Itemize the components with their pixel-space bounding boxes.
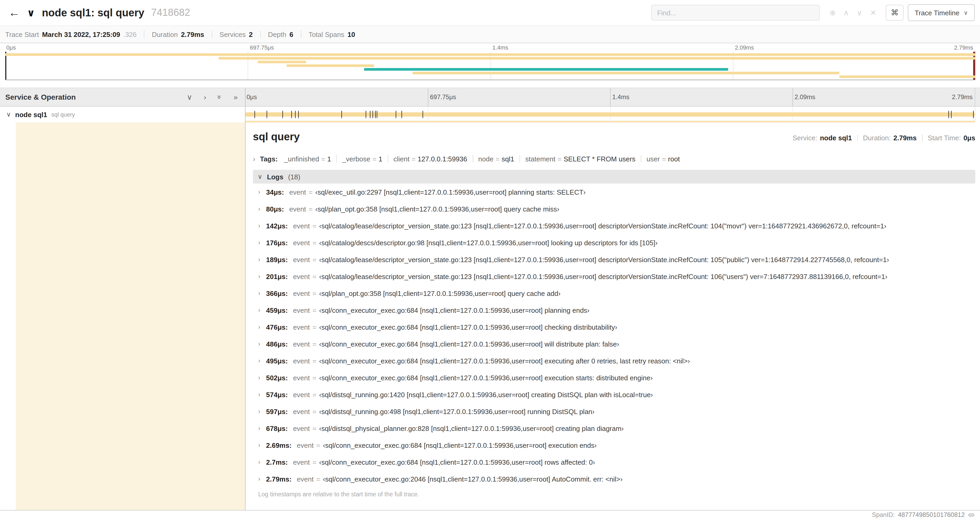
chevron-right-icon[interactable]: › [258,374,266,381]
chevron-right-icon[interactable]: › [258,188,266,196]
keyboard-shortcuts-button[interactable]: ⌘ [886,5,904,21]
chevron-right-icon[interactable]: › [258,323,266,331]
log-row[interactable]: ›678μs:event=‹sql/distsql_physical_plann… [253,420,975,437]
overview-item-label: Start Time: [928,134,961,142]
log-time: 366μs: [266,289,288,297]
chevron-right-icon[interactable]: › [258,391,266,398]
log-field-value: ‹sql/exec_util.go:2297 [nsql1,client=127… [315,188,585,196]
log-row[interactable]: ›2.7ms:event=‹sql/conn_executor_exec.go:… [253,454,975,471]
chevron-down-icon: ∨ [964,9,968,16]
tag-divider [641,155,641,163]
log-time: 574μs: [266,391,288,398]
trace-collapse-toggle-icon[interactable]: ∨ [27,6,35,19]
log-field-value: ‹sql/conn_executor_exec.go:2046 [nsql1,c… [323,475,623,483]
chevron-right-icon[interactable]: › [258,357,266,364]
logs-header[interactable]: ∨ Logs (18) [253,170,975,184]
trace-summary-bar: Trace StartMarch 31 2022, 17:25:09.326Du… [0,25,980,43]
equals-sign: = [371,155,379,163]
expand-all-icon[interactable]: » [234,93,238,101]
equals-sign: = [310,374,319,382]
zoom-to-match-icon[interactable]: ⊕ [829,8,835,17]
log-row[interactable]: ›201μs:event=‹sql/catalog/lease/descript… [253,268,975,285]
log-marker [423,111,423,118]
log-row[interactable]: ›34μs:event=‹sql/exec_util.go:2297 [nsql… [253,184,975,200]
log-row[interactable]: ›495μs:event=‹sql/conn_executor_exec.go:… [253,352,975,369]
summary-divider [144,30,145,38]
chevron-right-icon[interactable]: › [258,273,266,280]
prev-match-icon[interactable]: ∧ [843,8,849,17]
collapse-one-icon[interactable]: ∨ [187,93,192,101]
tick-label: 1.4ms [612,93,629,101]
span-bar[interactable] [245,112,975,117]
tag-value: sql1 [501,155,514,163]
span-row-name-cell[interactable]: ∨ node sql1 sql query [0,107,245,122]
chevron-right-icon[interactable]: › [258,340,266,348]
span-expander-icon[interactable]: ∨ [6,111,11,118]
log-row[interactable]: ›366μs:event=‹sql/plan_opt.go:358 [nsql1… [253,285,975,302]
next-match-icon[interactable]: ∨ [857,8,862,17]
log-row[interactable]: ›2.79ms:event=‹sql/conn_executor_exec.go… [253,471,975,487]
span-row-track[interactable] [245,107,975,122]
log-row[interactable]: ›176μs:event=‹sql/catalog/descs/descript… [253,234,975,251]
equals-sign: = [310,391,319,398]
chevron-right-icon[interactable]: › [258,239,266,246]
equals-sign: = [310,289,319,297]
log-row[interactable]: ›597μs:event=‹sql/distsql_running.go:498… [253,403,975,420]
chevron-right-icon[interactable]: › [258,458,266,466]
minimap-span-bar [364,68,728,71]
collapse-all-icon[interactable]: » [216,95,224,99]
equals-sign: = [310,256,319,263]
log-field-key: event [293,222,310,230]
find-input[interactable] [651,5,820,21]
clear-find-icon[interactable]: ✕ [870,8,876,17]
minimap-canvas[interactable] [5,52,975,80]
log-field-value: ‹sql/catalog/lease/descriptor_version_st… [319,272,887,280]
chevron-right-icon[interactable]: › [258,256,266,263]
log-field-key: event [293,272,310,280]
equals-sign: = [409,155,418,163]
span-color-block [16,122,245,510]
log-field-value: ‹sql/catalog/descs/descriptor.go:98 [nsq… [319,239,657,247]
chevron-right-icon[interactable]: › [258,289,266,297]
expand-one-icon[interactable]: › [204,93,206,101]
tick-label: 2.09ms [794,93,815,101]
log-field-value: ‹sql/plan_opt.go:358 [nsql1,client=127.0… [319,289,560,297]
tag-key: statement [525,155,555,163]
tag-key: node [478,155,493,163]
view-selector-button[interactable]: Trace Timeline ∨ [908,4,975,21]
chevron-right-icon[interactable]: › [253,155,255,163]
back-icon[interactable]: ← [8,6,20,19]
chevron-right-icon[interactable]: › [258,425,266,432]
chevron-right-icon[interactable]: › [258,205,266,212]
link-icon[interactable] [968,511,975,518]
summary-item-value: March 31 2022, 17:25:09 [42,30,120,38]
log-field-value: ‹sql/catalog/lease/descriptor_version_st… [319,222,886,230]
tick-label: 697.75μs [430,93,456,101]
chevron-right-icon[interactable]: › [258,441,266,449]
span-row[interactable]: ∨ node sql1 sql query [0,107,980,122]
tag-divider [388,155,388,163]
chevron-down-icon[interactable]: ∨ [258,173,262,180]
log-row[interactable]: ›502μs:event=‹sql/conn_executor_exec.go:… [253,369,975,386]
log-row[interactable]: ›2.69ms:event=‹sql/conn_executor_exec.go… [253,437,975,454]
log-marker [401,111,402,118]
log-row[interactable]: ›80μs:event=‹sql/plan_opt.go:358 [nsql1,… [253,200,975,217]
log-row[interactable]: ›459μs:event=‹sql/conn_executor_exec.go:… [253,302,975,319]
tags-row[interactable]: › Tags: _unfinished=1_verbose=1client=12… [253,151,975,167]
log-row[interactable]: ›189μs:event=‹sql/catalog/lease/descript… [253,251,975,268]
log-row[interactable]: ›142μs:event=‹sql/catalog/lease/descript… [253,217,975,234]
log-row[interactable]: ›476μs:event=‹sql/conn_executor_exec.go:… [253,319,975,335]
chevron-right-icon[interactable]: › [258,307,266,314]
chevron-right-icon[interactable]: › [258,222,266,230]
tick-label: 0μs [6,44,16,51]
tick-label: 2.79ms [954,44,973,51]
chevron-right-icon[interactable]: › [258,475,266,482]
tag-item: client=127.0.0.1:59936 [393,155,467,163]
log-row[interactable]: ›574μs:event=‹sql/distsql_running.go:142… [253,386,975,403]
log-field-key: event [289,188,306,196]
chevron-right-icon[interactable]: › [258,408,266,415]
equals-sign: = [310,272,319,280]
log-row[interactable]: ›486μs:event=‹sql/conn_executor_exec.go:… [253,335,975,352]
log-time: 2.79ms: [266,475,292,483]
page-title: node sql1: sql query [42,6,144,19]
